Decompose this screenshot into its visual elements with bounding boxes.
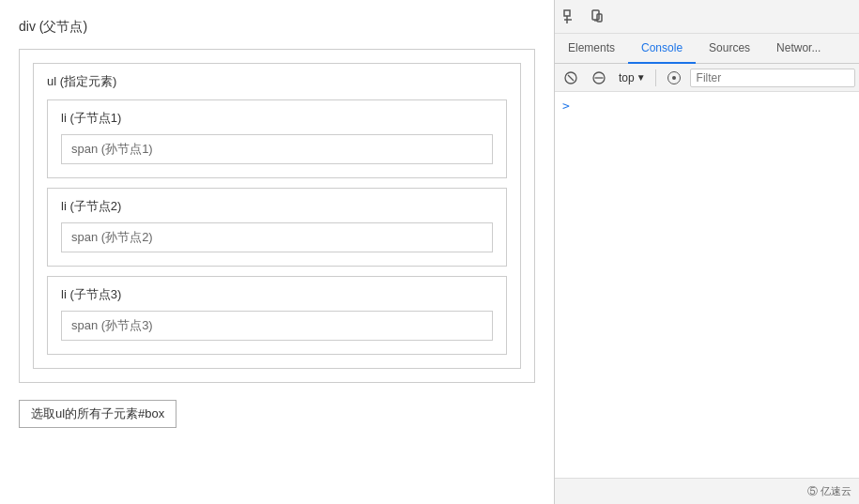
devtools-footer: ⑤ 亿速云 <box>555 478 859 504</box>
ul-container: ul (指定元素) li (子节点1) span (孙节点1) li (子节点2… <box>33 63 521 369</box>
console-content: > <box>555 92 859 478</box>
context-selector[interactable]: top ▼ <box>615 69 650 86</box>
svg-rect-3 <box>592 10 599 20</box>
li-label-3: li (子节点3) <box>61 286 493 303</box>
tab-network[interactable]: Networ... <box>763 34 834 64</box>
console-prompt-line: > <box>555 96 859 116</box>
tab-elements[interactable]: Elements <box>555 34 628 64</box>
webpage-panel: div (父节点) ul (指定元素) li (子节点1) span (孙节点1… <box>0 0 554 504</box>
page-title: div (父节点) <box>19 19 535 36</box>
devtools-toolbar <box>555 0 859 34</box>
svg-rect-0 <box>564 10 570 16</box>
span-box-3: span (孙节点3) <box>61 311 493 341</box>
tab-sources[interactable]: Sources <box>696 34 763 64</box>
devtools-tabs: Elements Console Sources Networ... <box>555 34 859 64</box>
device-icon[interactable] <box>585 5 609 29</box>
select-button[interactable]: 选取ul的所有子元素#box <box>19 400 176 428</box>
span-box-2: span (孙节点2) <box>61 222 493 252</box>
console-prompt-arrow: > <box>562 98 570 115</box>
tab-console[interactable]: Console <box>628 34 696 64</box>
toolbar-divider <box>655 69 656 86</box>
div-parent: ul (指定元素) li (子节点1) span (孙节点1) li (子节点2… <box>19 49 535 383</box>
li-item-3: li (子节点3) span (孙节点3) <box>47 276 507 355</box>
inspect-icon[interactable] <box>559 5 583 29</box>
clear-console-icon[interactable] <box>559 66 583 90</box>
eye-icon[interactable] <box>662 66 686 90</box>
svg-line-7 <box>568 75 574 81</box>
context-label: top <box>619 71 635 84</box>
yisu-logo: ⑤ 亿速云 <box>807 484 851 498</box>
context-arrow-icon: ▼ <box>637 72 646 83</box>
devtools-panel: Elements Console Sources Networ... <box>554 0 859 504</box>
li-label-2: li (子节点2) <box>61 198 493 215</box>
span-box-1: span (孙节点1) <box>61 134 493 164</box>
li-item-2: li (子节点2) span (孙节点2) <box>47 188 507 267</box>
li-item-1: li (子节点1) span (孙节点1) <box>47 99 507 178</box>
ul-label: ul (指定元素) <box>47 73 507 90</box>
li-label-1: li (子节点1) <box>61 110 493 127</box>
filter-input[interactable] <box>690 69 855 87</box>
console-toolbar: top ▼ <box>555 64 859 92</box>
block-icon[interactable] <box>587 66 611 90</box>
